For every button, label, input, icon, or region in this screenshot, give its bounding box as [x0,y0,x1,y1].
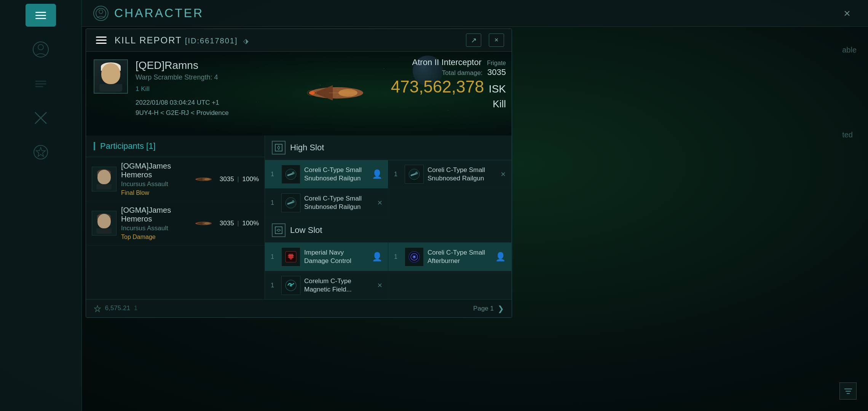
svg-point-1 [38,45,43,50]
low-slot-action-1[interactable]: 👤 [372,252,382,262]
participant-item[interactable]: [OGMA]James Hemeros Incursus Assault Fin… [86,157,265,201]
main-content: KILL REPORT [ID:6617801] ⬗ ↗ × [82,27,868,411]
sidebar-menu-button[interactable] [26,4,56,27]
participants-panel: Participants [1] [OGMA]James Hemeros Inc… [86,135,265,299]
ship-illustration [298,70,375,117]
kill-stats: Atron II Interceptor Frigate Total damag… [391,57,506,110]
low-slot-name-2: Coreli C-Type Small Afterburner [428,249,491,265]
high-slot-grid: 1 Coreli C-Type Small Snubnosed Railgun … [265,160,512,217]
participant-face-1 [96,169,113,190]
participant-avatar-2 [92,211,116,236]
hamburger-icon [35,12,46,19]
participant-info-2: [OGMA]James Hemeros Incursus Assault Top… [121,206,188,241]
participant-badge-2: Top Damage [121,234,188,241]
next-page-button[interactable]: ❯ [498,304,504,313]
participant-info-1: [OGMA]James Hemeros Incursus Assault Fin… [121,162,188,196]
low-slot-name-3: Corelum C-Type Magnetic Field... [304,277,373,294]
high-slot-icon-3 [281,193,300,212]
slot-action-1[interactable]: 👤 [372,169,382,179]
slot-name-3: Coreli C-Type Small Snubnosed Railgun [304,194,373,211]
svg-point-20 [195,178,197,180]
slot-number: 1 [271,171,278,178]
modal-footer: 6,575.21 1 Page 1 ❯ [86,299,512,317]
svg-point-23 [204,222,210,225]
high-slot-icon [272,141,286,155]
high-slot-item-1[interactable]: 1 Coreli C-Type Small Snubnosed Railgun … [265,160,388,189]
character-icon [93,6,108,21]
isk-display: 473,562,378 ISK [391,77,506,96]
participant-ship-1: Incursus Assault [121,180,188,188]
ship-name-display: Atron II Interceptor Frigate [391,57,506,67]
participant-stats-1: 3035 | 100% [220,175,259,183]
low-slot-item-1[interactable]: 1 Imperial Navy Damage Control 👤 [265,243,388,271]
participant-ship-2: Incursus Assault [121,225,188,232]
low-slot-icon [272,223,286,237]
modal-title: KILL REPORT [ID:6617801] ⬗ [115,35,460,46]
top-bar: CHARACTER × [82,0,868,27]
participant-avatar-1 [92,167,116,191]
participant-item-2[interactable]: [OGMA]James Hemeros Incursus Assault Top… [86,201,265,245]
low-slot-item-3[interactable]: 1 Corelum C-Type Magnetic Field... × [265,271,388,299]
low-slot-number-3: 1 [271,282,278,289]
pilot-avatar [94,59,128,94]
participants-title: Participants [1] [100,141,156,151]
high-slot-item-3[interactable]: 1 Coreli C-Type Small Snubnosed Railgun … [265,189,388,217]
low-slot-icon-1 [281,247,300,266]
accent-bar [94,142,95,150]
participant-badge-1: Final Blow [121,190,188,196]
participant-face-2 [96,213,113,234]
sidebar-item-medals[interactable] [27,141,54,164]
svg-rect-25 [275,144,282,151]
slot-number-3: 1 [271,199,278,206]
svg-rect-35 [275,227,282,234]
footer-info: 6,575.21 1 [94,304,137,312]
damage-display: Total damage: 3035 [391,67,506,77]
svg-point-7 [99,10,103,14]
slot-name-1: Coreli C-Type Small Snubnosed Railgun [304,166,368,183]
participants-header: Participants [1] [86,135,265,157]
participant-ship-icon-2 [192,216,215,231]
participant-stats-2: 3035 | 100% [220,220,259,227]
kill-report-modal: KILL REPORT [ID:6617801] ⬗ ↗ × [86,29,512,318]
low-slot-item-2[interactable]: 1 Coreli C-Type Small Afterburner 👤 [388,243,512,271]
svg-point-19 [204,178,210,180]
sidebar-item-bio[interactable] [27,72,54,95]
top-bar-title: CHARACTER [114,6,838,20]
low-slot-action-3[interactable]: × [377,280,382,290]
slot-action-3[interactable]: × [377,198,382,208]
low-slot-number-1: 1 [271,253,278,260]
modal-copy-icon[interactable]: ⬗ [243,37,249,45]
svg-point-42 [413,256,415,258]
svg-rect-38 [288,257,294,258]
slot-action-2[interactable]: × [501,169,506,179]
modal-close-button[interactable]: × [489,33,504,47]
right-label-ted: ted [842,131,857,139]
modal-body: Participants [1] [OGMA]James Hemeros Inc… [86,135,512,299]
low-slot-action-2[interactable]: 👤 [495,252,506,262]
modal-menu-button[interactable] [94,33,109,47]
participant-ship-icon-1 [192,172,215,187]
app-close-button[interactable]: × [838,4,857,23]
filter-button[interactable] [839,382,857,400]
sidebar [0,0,82,411]
svg-point-0 [33,42,48,57]
svg-marker-45 [94,306,101,312]
high-slot-icon-2 [405,165,424,184]
modal-header: KILL REPORT [ID:6617801] ⬗ ↗ × [86,29,512,52]
slots-panel: High Slot 1 Coreli [265,135,512,299]
sidebar-item-combat[interactable] [27,107,54,129]
low-slot-number-2: 1 [394,253,401,260]
svg-point-12 [309,91,315,95]
high-slot-item-2[interactable]: 1 Coreli C-Type Small Snubnosed Railgun … [388,160,512,189]
high-slot-header: High Slot [265,135,512,160]
svg-point-28 [292,172,294,174]
sidebar-item-character[interactable] [27,38,54,61]
low-slot-icon-2 [405,247,424,266]
slot-number-2: 1 [394,171,401,178]
svg-marker-5 [36,147,45,156]
low-slot-header: Low Slot [265,218,512,243]
modal-export-button[interactable]: ↗ [466,33,481,47]
svg-point-31 [415,172,418,174]
low-slot-title: Low Slot [290,225,322,235]
high-slot-icon-1 [281,165,300,184]
